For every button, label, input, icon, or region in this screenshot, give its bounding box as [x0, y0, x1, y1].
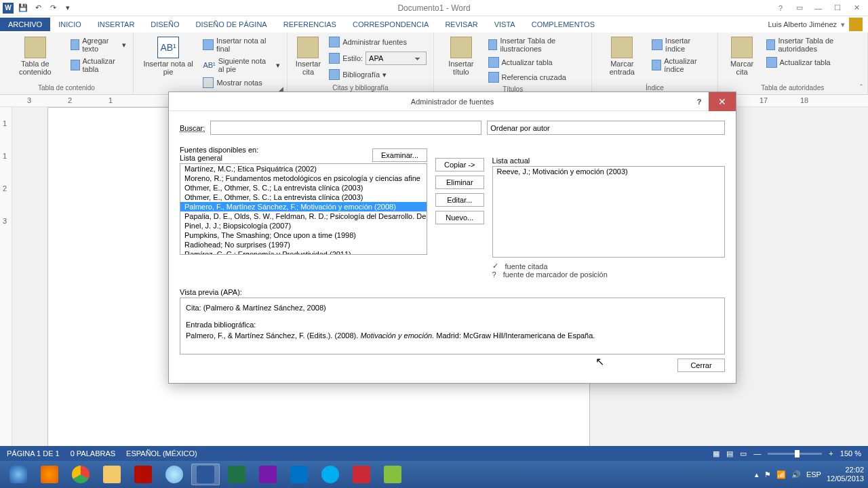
task-ie[interactable]	[4, 464, 33, 485]
tab-complementos[interactable]: COMPLEMENTOS	[524, 18, 603, 31]
undo-button[interactable]: ↶	[31, 1, 45, 15]
close-button[interactable]: ✕	[848, 1, 865, 15]
list-item[interactable]: Othmer, E., Othmer, S. C.; La entrevista…	[180, 183, 427, 192]
close-dialog-button[interactable]: Cerrar	[677, 359, 725, 372]
toc-button[interactable]: Tabla de contenido	[5, 35, 65, 77]
help-button[interactable]: ?	[772, 1, 789, 15]
tab-inicio[interactable]: INICIO	[50, 18, 90, 31]
update-index[interactable]: Actualizar índice	[650, 56, 711, 75]
task-explorer[interactable]	[98, 464, 126, 485]
style-select[interactable]: APA	[366, 52, 427, 65]
tab-insertar[interactable]: INSERTAR	[90, 18, 143, 31]
next-footnote[interactable]: AB¹Siguiente nota al pie ▾	[201, 56, 281, 75]
ribbon-options-button[interactable]: ▭	[791, 1, 808, 15]
cross-reference[interactable]: Referencia cruzada	[487, 70, 587, 84]
collapse-ribbon-icon[interactable]: ˆ	[860, 83, 863, 92]
list-item[interactable]: Reeve, J.; Motivación y emoción (2003)	[493, 167, 724, 176]
save-button[interactable]: 💾	[16, 1, 30, 15]
tab-archivo[interactable]: ARCHIVO	[0, 18, 50, 31]
task-skype[interactable]	[316, 464, 344, 485]
bibliography[interactable]: Bibliografía ▾	[328, 68, 428, 81]
new-button[interactable]: Nuevo...	[435, 211, 484, 224]
list-item[interactable]: Martínez, M.C.; Etica Psiquátrica (2002)	[180, 164, 427, 174]
list-item[interactable]: Pinel, J. J.; Biopsicología (2007)	[180, 221, 427, 230]
delete-button[interactable]: Eliminar	[435, 176, 484, 189]
insert-table-illustrations[interactable]: Insertar Tabla de ilustraciones	[487, 35, 587, 54]
show-notes[interactable]: Mostrar notas	[201, 76, 281, 89]
zoom-slider[interactable]	[768, 453, 822, 455]
tray-flag-icon[interactable]: ⚑	[764, 470, 771, 479]
task-itunes[interactable]	[160, 464, 189, 485]
minimize-button[interactable]: —	[810, 1, 827, 15]
mark-entry[interactable]: Marcar entrada	[597, 35, 646, 77]
insert-footnote[interactable]: AB¹Insertar nota al pie	[139, 35, 198, 77]
view-print-icon[interactable]: ▤	[726, 449, 733, 458]
task-zotero[interactable]	[347, 464, 376, 485]
list-item[interactable]: Radiohead; No surprises (1997)	[180, 240, 427, 249]
view-read-icon[interactable]: ▦	[713, 449, 719, 458]
group-toa-label: Tabla de autoridades	[724, 83, 862, 92]
task-acrobat[interactable]	[129, 464, 157, 485]
list-item[interactable]: Othmer, E., Othmer, S. C.; La entrevista…	[180, 192, 427, 202]
insert-toa[interactable]: Insertar Tabla de autoridades	[765, 35, 862, 54]
tab-diseno[interactable]: DISEÑO	[142, 18, 187, 31]
tab-revisar[interactable]: REVISAR	[437, 18, 486, 31]
user-name: Luis Alberto Jiménez	[768, 20, 837, 28]
manage-sources[interactable]: Administrar fuentes	[328, 35, 428, 49]
sort-select[interactable]: Ordenar por autor	[487, 121, 725, 135]
tab-referencias[interactable]: REFERENCIAS	[275, 18, 344, 31]
tab-correspondencia[interactable]: CORRESPONDENCIA	[344, 18, 437, 31]
tray-lang[interactable]: ESP	[806, 470, 821, 479]
task-dreamweaver[interactable]	[378, 464, 407, 485]
list-item[interactable]: Ramírez, C. C.; Ergonomía y Productivida…	[180, 249, 427, 255]
zoom-in-button[interactable]: +	[829, 449, 833, 458]
maximize-button[interactable]: ☐	[829, 1, 846, 15]
citation-style[interactable]: Estilo: APA	[328, 50, 428, 66]
task-word[interactable]	[191, 464, 220, 485]
tab-vista[interactable]: VISTA	[486, 18, 524, 31]
zoom-level[interactable]: 150 %	[840, 449, 861, 458]
vertical-ruler[interactable]: 1123	[0, 107, 12, 446]
task-outlook[interactable]	[285, 464, 313, 485]
copy-button[interactable]: Copiar ->	[435, 158, 484, 171]
tray-up-icon[interactable]: ▴	[755, 470, 759, 479]
dialog-help-button[interactable]: ?	[690, 92, 709, 111]
master-listbox[interactable]: Martínez, M.C.; Etica Psiquátrica (2002)…	[180, 163, 427, 255]
insert-index[interactable]: Insertar índice	[650, 35, 711, 54]
user-area[interactable]: Luis Alberto Jiménez ▾	[768, 18, 869, 31]
zoom-out-button[interactable]: —	[753, 449, 761, 458]
view-web-icon[interactable]: ▭	[740, 449, 747, 458]
status-lang[interactable]: ESPAÑOL (MÉXICO)	[126, 449, 197, 458]
insert-endnote[interactable]: Insertar nota al final	[201, 35, 281, 54]
search-input[interactable]	[210, 121, 481, 135]
tray-clock[interactable]: 22:02 12/05/2013	[827, 466, 864, 483]
task-firefox[interactable]	[35, 464, 64, 485]
update-toa[interactable]: Actualizar tabla	[765, 56, 862, 69]
dialog-titlebar[interactable]: Administrador de fuentes ? ✕	[169, 92, 736, 111]
current-listbox[interactable]: Reeve, J.; Motivación y emoción (2003)	[492, 166, 725, 258]
edit-button[interactable]: Editar...	[435, 193, 484, 207]
tray-sound-icon[interactable]: 🔊	[791, 470, 801, 479]
browse-button[interactable]: Examinar...	[372, 148, 427, 162]
insert-caption[interactable]: Insertar título	[439, 35, 482, 77]
list-item[interactable]: Papalia, D. E., Olds, S. W., Feldman, R.…	[180, 211, 427, 221]
update-table-illus[interactable]: Actualizar tabla	[487, 56, 587, 69]
status-page[interactable]: PÁGINA 1 DE 1	[7, 449, 60, 458]
status-words[interactable]: 0 PALABRAS	[71, 449, 115, 458]
list-item[interactable]: Palmero, F., Martínez Sánchez, F.; Motiv…	[180, 202, 427, 211]
dialog-close-button[interactable]: ✕	[709, 92, 736, 111]
tab-diseno-pagina[interactable]: DISEÑO DE PÁGINA	[188, 18, 275, 31]
tray-network-icon[interactable]: 📶	[776, 470, 786, 479]
insert-citation[interactable]: Insertar cita	[293, 35, 323, 77]
list-item[interactable]: Moreno, R.; Fundamentos metodológicos en…	[180, 174, 427, 183]
mark-citation[interactable]: Marcar cita	[724, 35, 761, 77]
list-item[interactable]: Pumpkins, The Smashing; Once upon a time…	[180, 230, 427, 240]
redo-button[interactable]: ↷	[46, 1, 60, 15]
task-chrome[interactable]	[66, 464, 95, 485]
task-excel[interactable]	[222, 464, 251, 485]
qat-customize[interactable]: ▾	[61, 1, 75, 15]
toc-add-text[interactable]: Agregar texto ▾	[69, 35, 127, 54]
group-toc-label: Tabla de contenido	[5, 83, 127, 92]
task-onenote[interactable]	[254, 464, 282, 485]
toc-update[interactable]: Actualizar tabla	[69, 56, 127, 75]
